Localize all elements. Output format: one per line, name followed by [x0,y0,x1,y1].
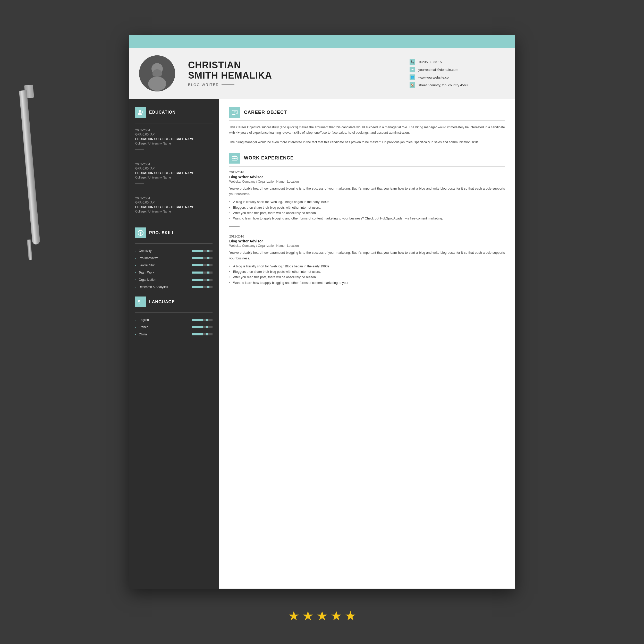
career-text-2: The hiring manager would be even more in… [229,140,505,145]
language-header: 5 LANGUAGE [135,296,213,307]
work-bullet-2-3: After you read this post, there will be … [229,275,505,280]
edu-year-2: 2002-2004 [135,163,213,166]
job-title: BLOG WRITER [188,83,402,87]
pro-skill-section: PRO. SKILL • Creativity • Pro Innovative [135,227,213,289]
work-icon [229,153,240,164]
skill-name-6: Research & Analytics [139,285,189,289]
lang-bar-1 [192,319,213,321]
skill-bullet-3: • [135,264,136,267]
skill-name-4: Team Work [139,271,189,274]
resume-document: CHRISTIAN SMITH HEMALIKA BLOG WRITER 📞 +… [129,35,515,589]
full-name: CHRISTIAN SMITH HEMALIKA [188,60,402,80]
work-bullet-1-1: A blog is literally short for "web log."… [229,199,505,205]
edu-gpa-3: GPA-5.00 (A+) [135,201,213,204]
rating-stars: ★ ★ ★ ★ ★ [288,608,356,623]
avatar [139,55,175,91]
lang-item-2: • French [135,325,213,329]
lang-name-2: French [139,325,189,329]
work-desc-1: You've probably heard how paramount blog… [229,186,505,197]
skill-bullet-2: • [135,257,136,260]
email-text: yourrealmail@domain.com [418,68,458,72]
lang-name-3: China [139,333,189,336]
skill-item-4: • Team Work [135,271,213,274]
resume-sidebar: EDUCATION 2002-2004 GPA-5.00 (A+) EDUCAT… [129,99,219,589]
skill-item-3: • Leader Ship [135,264,213,267]
teal-header-bar [129,35,515,48]
skill-bullet-5: • [135,278,136,281]
contact-website-row: 🌐 www.yourwebsite.com [410,74,500,80]
language-divider [135,312,213,313]
svg-point-5 [139,110,141,112]
phone-icon: 📞 [410,59,415,65]
career-object-section: CAREER OBJECT This Career Objective succ… [229,107,505,145]
edu-gpa-2: GPA-5.00 (A+) [135,167,213,170]
svg-rect-4 [152,71,162,77]
email-icon: ✉ [410,67,415,72]
skill-bar-1 [192,250,213,252]
website-text: www.yourwebsite.com [418,75,452,79]
address-text: street / country, zip, country 4568 [418,83,468,87]
work-bullet-2-1: A blog is literally short for "web log."… [229,264,505,269]
edu-degree-3: EDUCATION SUBJECT / DEGREE NAME [135,205,213,209]
svg-rect-19 [234,158,235,159]
work-divider-1 [229,226,240,227]
lang-bullet-3: • [135,333,136,336]
skill-item-1: • Creativity [135,249,213,253]
skill-item-2: • Pro Innovative [135,256,213,260]
star-2: ★ [302,608,314,623]
pro-skill-title: PRO. SKILL [149,231,175,235]
lang-item-1: • English [135,318,213,322]
work-bullet-1-2: Bloggers then share their blog posts wit… [229,205,505,210]
lang-bar-2 [192,326,213,328]
svg-point-9 [140,232,141,234]
star-3: ★ [316,608,328,623]
edu-univ-1: Collage / University Name [135,142,213,145]
skill-icon [135,227,146,238]
lang-name-1: English [139,318,189,322]
pen-decoration [19,90,40,245]
edu-univ-2: Collage / University Name [135,176,213,179]
work-bullet-1-3: After you read this post, there will be … [229,210,505,216]
skill-bar-4 [192,272,213,274]
skill-item-5: • Organization [135,278,213,282]
language-title: LANGUAGE [149,300,175,304]
language-section: 5 LANGUAGE • English • [135,296,213,336]
pro-skill-header: PRO. SKILL [135,227,213,238]
work-title-1: Blog Writer Advisor [229,175,505,179]
work-bullets-2: A blog is literally short for "web log."… [229,264,505,286]
work-item-2: 2012-2016 Blog Writer Advisor Website/ C… [229,235,505,286]
skill-bullet-1: • [135,250,136,252]
education-header: EDUCATION [135,107,213,118]
work-item-1: 2012-2016 Blog Writer Advisor Website/ C… [229,171,505,227]
resume-body: EDUCATION 2002-2004 GPA-5.00 (A+) EDUCAT… [129,99,515,589]
work-bullet-2-2: Bloggers then share their blog posts wit… [229,269,505,275]
career-text-1: This Career Objective successfully (and … [229,125,505,136]
lang-bullet-2: • [135,326,136,329]
skill-name-1: Creativity [139,249,189,253]
contact-address-row: 🏠 street / country, zip, country 4568 [410,82,500,88]
edu-degree-2: EDUCATION SUBJECT / DEGREE NAME [135,171,213,175]
work-desc-2: You've probably heard how paramount blog… [229,250,505,261]
language-icon: 5 [135,296,146,307]
skill-bar-3 [192,264,213,266]
skill-bar-6 [192,286,213,288]
phone-text: +0235 30 33 15 [418,60,442,64]
name-section: CHRISTIAN SMITH HEMALIKA BLOG WRITER [183,60,402,87]
work-company-2: Website/ Company / Organization Name | L… [229,244,505,248]
education-title: EDUCATION [149,110,176,115]
edu-divider-1 [135,149,144,150]
work-bullet-2-4: Want to learn how to apply blogging and … [229,280,505,286]
edu-item-2: 2002-2004 GPA-5.00 (A+) EDUCATION SUBJEC… [135,163,213,190]
skill-name-3: Leader Ship [139,264,189,267]
skill-bullet-4: • [135,271,136,274]
edu-year-1: 2002-2004 [135,129,213,132]
edu-gpa-1: GPA-5.00 (A+) [135,133,213,136]
svg-text:5: 5 [138,300,140,304]
work-title-2: Blog Writer Advisor [229,239,505,243]
star-4: ★ [331,608,342,623]
lang-bar-3 [192,333,213,335]
lang-bullet-1: • [135,319,136,321]
contact-email-row: ✉ yourrealmail@domain.com [410,67,500,72]
skill-bullet-6: • [135,286,136,289]
work-company-1: Website/ Company / Organization Name | L… [229,180,505,183]
